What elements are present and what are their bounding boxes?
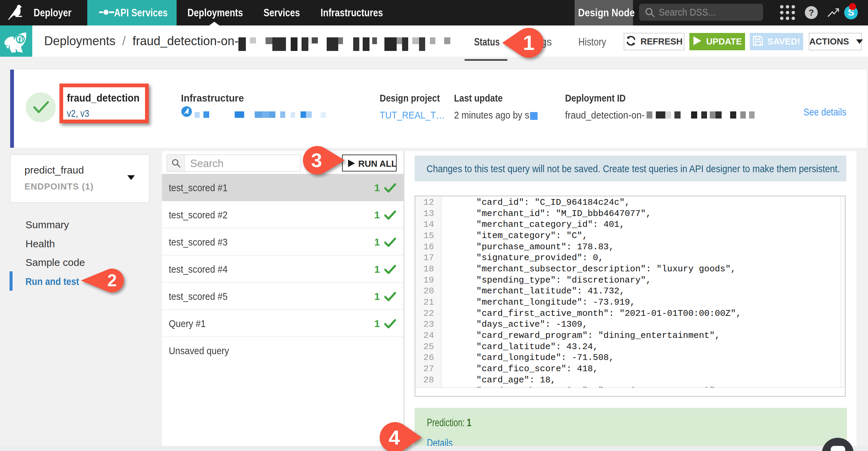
svg-text:3: 3 (311, 149, 322, 171)
svg-text:4: 4 (388, 426, 400, 449)
svg-text:2: 2 (107, 271, 117, 290)
svg-text:1: 1 (523, 31, 535, 54)
